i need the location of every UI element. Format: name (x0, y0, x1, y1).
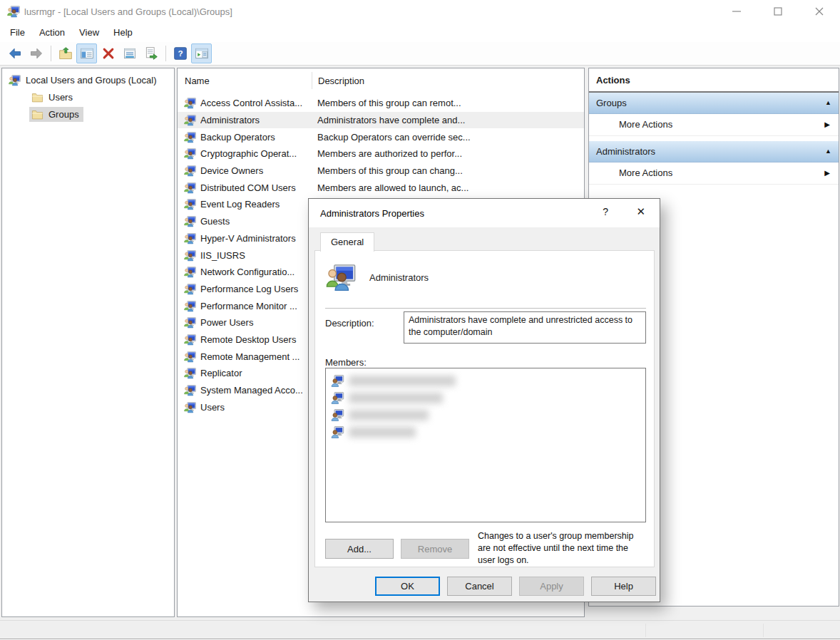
tree-item-groups[interactable]: Groups (2, 105, 174, 123)
back-icon[interactable] (4, 43, 25, 63)
group-name-cell: System Managed Acco... (200, 385, 314, 396)
member-user-icon (330, 425, 344, 439)
group-name-cell: Replicator (200, 368, 314, 378)
members-list[interactable] (325, 368, 646, 522)
menu-file[interactable]: File (3, 24, 32, 41)
actions-section-groups: Groups▲More Actions▶ (589, 93, 839, 136)
group-name-cell: Backup Operators (200, 132, 314, 143)
tree-items: UsersGroups (2, 88, 174, 123)
group-name-cell: Network Configuratio... (200, 267, 314, 277)
group-icon (183, 334, 197, 346)
group-icon (183, 182, 197, 194)
group-description-cell: Members are allowed to launch, ac... (317, 182, 468, 193)
help-button[interactable]: Help (591, 577, 656, 596)
collapse-icon[interactable]: ▲ (825, 141, 831, 162)
actions-section-administrators: Administrators▲More Actions▶ (589, 141, 839, 185)
group-icon (183, 249, 197, 262)
list-header: Name Description (178, 68, 584, 93)
group-icon (183, 283, 197, 295)
group-name-cell: Administrators (200, 115, 314, 125)
membership-note: Changes to a user's group membership are… (478, 530, 647, 567)
dialog-close-icon[interactable]: ✕ (636, 205, 645, 218)
table-row[interactable]: Access Control Assista...Members of this… (178, 95, 584, 112)
group-description-cell: Members of this group can chang... (317, 165, 463, 176)
more-actions-label: More Actions (619, 162, 672, 184)
group-icon (183, 232, 197, 244)
minimize-button[interactable] (716, 0, 757, 23)
delete-icon[interactable] (98, 43, 118, 63)
group-name-cell: Remote Desktop Users (200, 334, 314, 345)
column-header-description[interactable]: Description (318, 76, 364, 86)
group-name-cell: Event Log Readers (200, 199, 314, 210)
group-description-cell: Members are authorized to perfor... (317, 148, 462, 159)
statusbar-separator (645, 624, 646, 637)
tree-root[interactable]: Local Users and Groups (Local) (2, 71, 174, 88)
remove-button: Remove (401, 539, 469, 559)
member-item[interactable] (326, 406, 645, 423)
menu-view[interactable]: View (72, 24, 106, 41)
redacted-member-name (349, 393, 443, 403)
actions-header-groups[interactable]: Groups▲ (589, 93, 839, 114)
group-icon (183, 215, 197, 227)
cancel-button[interactable]: Cancel (447, 577, 512, 596)
toolbar-separator (165, 46, 166, 61)
member-item[interactable] (326, 423, 645, 440)
apply-button: Apply (519, 577, 584, 596)
group-icon (183, 384, 197, 396)
group-name-cell: Access Control Assista... (200, 98, 314, 108)
actions-panel-title: Actions (589, 68, 839, 93)
actions-header-administrators[interactable]: Administrators▲ (589, 141, 839, 162)
column-header-name[interactable]: Name (185, 76, 210, 86)
submenu-arrow-icon: ▶ (824, 162, 830, 184)
group-name-cell: Performance Log Users (200, 284, 314, 294)
group-name-cell: Hyper-V Administrators (200, 233, 314, 244)
group-icon (183, 316, 197, 329)
tree-item-users[interactable]: Users (2, 88, 174, 105)
member-item[interactable] (326, 372, 645, 389)
show-console-tree-icon[interactable] (76, 43, 97, 63)
group-icon (325, 262, 357, 292)
svg-text:?: ? (178, 48, 183, 58)
collapse-icon[interactable]: ▲ (825, 93, 831, 113)
table-row[interactable]: Distributed COM UsersMembers are allowed… (178, 179, 584, 196)
dialog-title: Administrators Properties (309, 208, 424, 219)
window-title: lusrmgr - [Local Users and Groups (Local… (24, 6, 232, 17)
column-separator[interactable] (312, 72, 312, 89)
app-icon (7, 5, 20, 18)
show-action-pane-icon[interactable] (191, 43, 212, 63)
more-actions-item[interactable]: More Actions▶ (589, 162, 839, 185)
member-user-icon (330, 374, 344, 388)
table-row[interactable]: Device OwnersMembers of this group can c… (178, 162, 584, 180)
forward-icon (26, 43, 46, 63)
statusbar (0, 620, 840, 639)
maximize-button[interactable] (757, 0, 799, 23)
tab-general[interactable]: General (320, 232, 374, 252)
more-actions-item[interactable]: More Actions▶ (589, 114, 839, 136)
menu-help[interactable]: Help (106, 24, 140, 41)
group-name: Administrators (369, 272, 429, 283)
group-icon (183, 165, 197, 177)
table-row[interactable]: AdministratorsAdministrators have comple… (178, 112, 584, 129)
description-field[interactable]: Administrators have complete and unrestr… (404, 311, 646, 344)
member-item[interactable] (326, 389, 645, 406)
toolbar-separator (51, 46, 51, 61)
properties-icon[interactable] (119, 43, 140, 63)
group-icon (183, 131, 197, 143)
ok-button[interactable]: OK (375, 577, 440, 596)
group-description-cell: Administrators have complete and... (317, 115, 465, 125)
redacted-member-name (349, 427, 416, 438)
console-tree-panel: Local Users and Groups (Local) UsersGrou… (1, 68, 175, 617)
up-one-level-icon[interactable] (55, 43, 76, 63)
table-row[interactable]: Backup OperatorsBackup Operators can ove… (178, 128, 584, 145)
description-label: Description: (325, 318, 374, 329)
menu-action[interactable]: Action (32, 24, 72, 41)
table-row[interactable]: Cryptographic Operat...Members are autho… (178, 145, 584, 162)
close-button[interactable] (799, 0, 840, 23)
dialog-help-icon[interactable]: ? (603, 206, 608, 217)
group-icon (183, 97, 197, 109)
help-icon[interactable]: ? (170, 43, 190, 63)
group-name-cell: Users (200, 402, 314, 413)
export-list-icon[interactable] (140, 43, 161, 63)
redacted-member-name (349, 376, 456, 386)
add-button[interactable]: Add... (325, 539, 394, 559)
